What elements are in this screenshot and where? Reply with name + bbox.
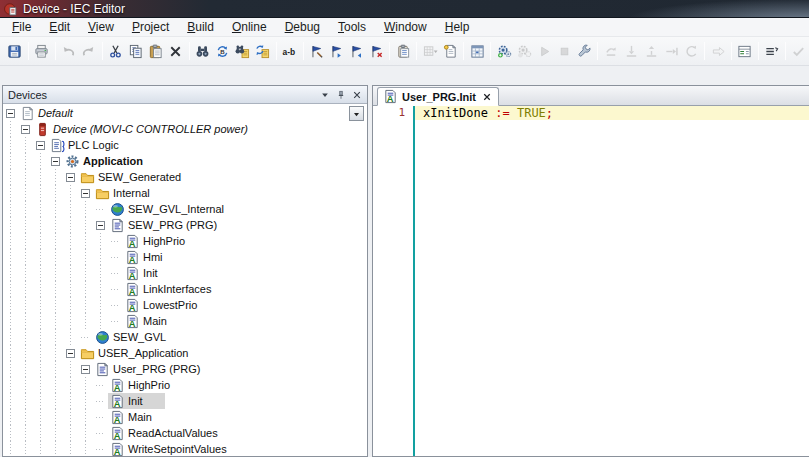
tree-expander-collapse[interactable] (93, 217, 108, 233)
save-icon (7, 44, 22, 59)
step-into-button[interactable] (621, 40, 641, 62)
code-editor[interactable]: 1xInitDone := TRUE; (373, 106, 809, 456)
logout-button[interactable] (514, 40, 534, 62)
tree-item-default[interactable]: Default (3, 105, 367, 121)
tree-item-main[interactable]: AMain (3, 313, 367, 329)
tree-item-device-movi-c-controller-power[interactable]: Device (MOVI-C CONTROLLER power) (3, 121, 367, 137)
tree-item-internal[interactable]: Internal (3, 185, 367, 201)
tree-item-lowestprio[interactable]: ALowestPrio (3, 297, 367, 313)
tree-item-sew-prg-prg[interactable]: SEW_PRG (PRG) (3, 217, 367, 233)
tree-item-application[interactable]: Application (3, 153, 367, 169)
tab-close-icon[interactable] (483, 93, 491, 101)
tree-indent-guide (3, 409, 18, 425)
tree-indent-guide (3, 249, 18, 265)
flow-button[interactable] (762, 40, 782, 62)
copy-button[interactable] (126, 40, 146, 62)
code-line[interactable]: 1xInitDone := TRUE; (373, 106, 809, 120)
tree-expander-collapse[interactable] (18, 121, 33, 137)
menu-project[interactable]: Project (123, 18, 178, 37)
tree-item-highprio[interactable]: AHighPrio (3, 233, 367, 249)
step-over-button[interactable] (601, 40, 621, 62)
paste-button[interactable] (146, 40, 166, 62)
build-button[interactable] (467, 40, 487, 62)
menu-view[interactable]: View (79, 18, 123, 37)
tree-expander-collapse[interactable] (3, 105, 18, 121)
panel-menu-button[interactable] (317, 88, 332, 102)
tools-button[interactable] (574, 40, 594, 62)
toolbar-separator (102, 42, 103, 60)
reset-button[interactable] (681, 40, 701, 62)
clipboard-button[interactable] (393, 40, 413, 62)
tree-item-hmi[interactable]: AHmi (3, 249, 367, 265)
tree-item-sew-generated[interactable]: SEW_Generated (3, 169, 367, 185)
tree-item-user-application[interactable]: USER_Application (3, 345, 367, 361)
menu-help[interactable]: Help (436, 18, 479, 37)
tree-item-sew-gvl-internal[interactable]: SEW_GVL_Internal (3, 201, 367, 217)
tree-expander-collapse[interactable] (78, 361, 93, 377)
menu-window[interactable]: Window (375, 18, 436, 37)
tree-connector (93, 201, 108, 217)
menu-build[interactable]: Build (178, 18, 223, 37)
step-out-button[interactable] (641, 40, 661, 62)
tree-expander-collapse[interactable] (48, 153, 63, 169)
watch-button[interactable] (735, 40, 755, 62)
clear-bookmarks-button[interactable] (367, 40, 387, 62)
check-button[interactable] (789, 40, 809, 62)
grid-dropdown-button[interactable] (420, 40, 440, 62)
tree-expander-collapse[interactable] (33, 137, 48, 153)
jump-button[interactable] (708, 40, 728, 62)
tree-item-init[interactable]: AInit (3, 393, 367, 409)
tree-expander-collapse[interactable] (63, 345, 78, 361)
menu-tools[interactable]: Tools (329, 18, 375, 37)
panel-close-button[interactable] (349, 88, 364, 102)
tree-item-linkinterfaces[interactable]: ALinkInterfaces (3, 281, 367, 297)
start-icon (537, 44, 552, 59)
run-to-line-icon (664, 44, 679, 59)
tree-item-plc-logic[interactable]: PLC Logic (3, 137, 367, 153)
save-button[interactable] (5, 40, 25, 62)
tree-expander-collapse[interactable] (78, 185, 93, 201)
device-select-dropdown[interactable] (349, 106, 364, 121)
tree-item-sew-gvl[interactable]: SEW_GVL (3, 329, 367, 345)
tree-item-user-prg-prg[interactable]: User_PRG (PRG) (3, 361, 367, 377)
start-button[interactable] (534, 40, 554, 62)
toggle-bookmark-button[interactable] (307, 40, 327, 62)
cut-button[interactable] (106, 40, 126, 62)
delete-button[interactable] (166, 40, 186, 62)
next-bookmark-button[interactable] (327, 40, 347, 62)
tree-item-highprio[interactable]: AHighPrio (3, 377, 367, 393)
tree-indent-guide (78, 425, 93, 441)
menu-file[interactable]: File (3, 18, 40, 37)
undo-button[interactable] (59, 40, 79, 62)
tree-expander-collapse[interactable] (63, 169, 78, 185)
panel-pin-button[interactable] (333, 88, 348, 102)
tree-indent-guide (3, 201, 18, 217)
tree-indent-guide (18, 393, 33, 409)
tree-item-readactualvalues[interactable]: AReadActualValues (3, 425, 367, 441)
tree-item-main[interactable]: AMain (3, 409, 367, 425)
menu-debug[interactable]: Debug (276, 18, 329, 37)
previous-bookmark-button[interactable] (347, 40, 367, 62)
tree-item-writesetpointvalues[interactable]: AWriteSetpointValues (3, 441, 367, 456)
redo-button[interactable] (79, 40, 99, 62)
find-in-project-button[interactable] (233, 40, 253, 62)
run-to-line-button[interactable] (661, 40, 681, 62)
menu-edit[interactable]: Edit (40, 18, 79, 37)
login-button[interactable] (494, 40, 514, 62)
replace-button[interactable]: B (213, 40, 233, 62)
print-button[interactable] (32, 40, 52, 62)
tree-indent-guide (78, 201, 93, 217)
find-button[interactable] (193, 40, 213, 62)
tree-indent-guide (33, 265, 48, 281)
tree-item-label: Default (38, 107, 73, 119)
replace-in-project-button[interactable] (253, 40, 273, 62)
stop-button[interactable] (554, 40, 574, 62)
tab-user-prg-init[interactable]: A User_PRG.Init (377, 87, 499, 106)
tree-item-label: HighPrio (128, 379, 170, 391)
tree-item-init[interactable]: AInit (3, 265, 367, 281)
ab-button[interactable]: a-b (280, 40, 300, 62)
tree-indent-guide (63, 249, 78, 265)
tree-indent-guide (3, 393, 18, 409)
new-object-button[interactable] (440, 40, 460, 62)
menu-online[interactable]: Online (223, 18, 276, 37)
